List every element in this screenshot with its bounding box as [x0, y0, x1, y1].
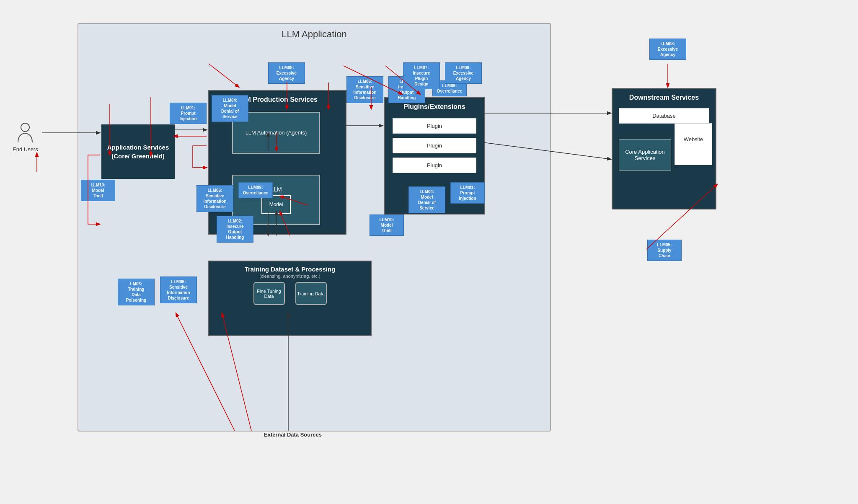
training-title: Training Dataset & Processing — [209, 261, 371, 274]
threat-llm04-right: LLM04:ModelDenial ofService — [408, 186, 445, 213]
threat-llm10-left: LLM10:ModelTheft — [81, 180, 115, 201]
downstream-box: Downstream Services Database Core Applic… — [612, 88, 716, 209]
svg-point-0 — [21, 123, 29, 132]
threat-llm08-plugins: LLM08:ExcessiveAgency — [445, 62, 482, 84]
threat-llm01-top: LLM01:PromptInjection — [170, 103, 207, 124]
threat-lm03: LM03:TrainingDataPoisoning — [118, 279, 155, 305]
fine-tuning-cylinder: Fine Tuning Data — [253, 282, 285, 306]
end-users-label: End Users — [13, 146, 38, 152]
threat-llm07: LLM07:InsecurePluginDesign — [403, 62, 440, 89]
ds-core-services: Core Application Services — [619, 139, 671, 171]
threat-llm10-right: LLM10:ModelTheft — [370, 215, 404, 236]
training-subtitle: (cleansing, anonymizing, etc.) — [209, 274, 371, 279]
threat-llm06-top: LLM06:SensitiveInformationDisclosure — [346, 76, 383, 103]
threat-llm06-training: LLM06:SensitiveInformationDisclosure — [160, 277, 197, 303]
llm-app-box: LLM Application Application Services (Co… — [78, 23, 551, 432]
ds-database: Database — [619, 108, 709, 124]
external-data-label: External Data Sources — [264, 432, 322, 438]
app-services-box: Application Services (Core/ Greenfield) — [101, 124, 175, 179]
training-data-cylinder: Training Data — [295, 282, 327, 306]
data-cylinders: Fine Tuning Data Training Data — [209, 282, 371, 306]
ds-website: Website — [675, 123, 712, 165]
person-icon — [16, 121, 35, 145]
plugin-item-1: Plugin — [393, 118, 476, 134]
plugin-item-3: Plugin — [393, 158, 476, 173]
end-users: End Users — [13, 121, 38, 152]
threat-llm05: LLM05:SupplyChain — [647, 240, 682, 261]
threat-llm04-top: LLM04:ModelDenial ofService — [212, 95, 248, 122]
threat-llm01-right: LLM01:PromptInjection — [450, 182, 485, 204]
model-label: Model — [269, 202, 283, 207]
app-services-label: Application Services (Core/ Greenfield) — [101, 143, 175, 160]
threat-llm08-far-right: LLM08:ExcessiveAgency — [649, 39, 686, 60]
threat-llm06-left: LLM06:SensitiveInformationDisclosure — [196, 185, 233, 212]
threat-llm09-left: LLM09:Overreliance — [238, 182, 273, 198]
llm-app-title: LLM Application — [78, 24, 550, 40]
plugin-item-2: Plugin — [393, 138, 476, 153]
training-box: Training Dataset & Processing (cleansing… — [208, 261, 372, 336]
downstream-title: Downstream Services — [612, 89, 716, 105]
agents-label: LLM Automation (Agents) — [246, 129, 307, 137]
threat-llm02-left: LLM02:InsecureOutputHandling — [217, 216, 253, 243]
threat-llm08-agents: LLM08:ExcessiveAgency — [268, 62, 305, 84]
